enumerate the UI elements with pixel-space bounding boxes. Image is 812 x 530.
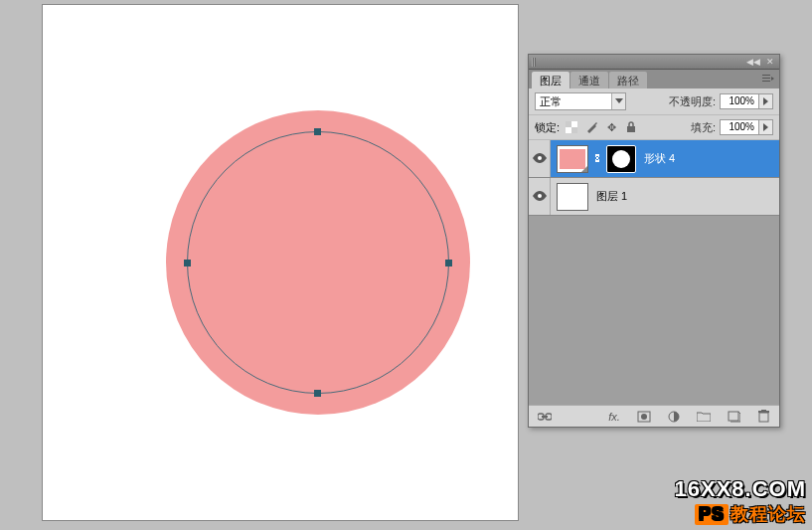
layer-name-label[interactable]: 形状 4: [644, 151, 675, 166]
svg-rect-5: [571, 121, 577, 127]
layer-thumbnail[interactable]: [557, 183, 588, 211]
link-layers-button[interactable]: [535, 408, 555, 426]
vector-mask-thumbnail[interactable]: [606, 145, 636, 173]
svg-rect-4: [571, 127, 577, 133]
layer-row-layer1[interactable]: 图层 1: [529, 178, 779, 216]
lock-icons-group: ✥: [564, 119, 639, 135]
blend-mode-value: 正常: [540, 94, 562, 109]
watermark-brand: PS教程论坛: [675, 502, 807, 526]
group-button[interactable]: [694, 408, 714, 426]
anchor-point-bottom[interactable]: [314, 390, 321, 397]
anchor-point-left[interactable]: [184, 260, 191, 266]
svg-point-9: [538, 194, 542, 198]
svg-point-8: [538, 156, 542, 160]
lock-fill-row: 锁定: ✥ 填充: 100%: [529, 115, 779, 140]
fx-button[interactable]: fx.: [604, 408, 624, 426]
tab-channels[interactable]: 通道: [570, 72, 608, 88]
tab-paths[interactable]: 路径: [609, 72, 647, 88]
grip-icon: [532, 58, 536, 67]
layer-thumbnails: [551, 145, 636, 173]
svg-rect-2: [762, 81, 770, 82]
lock-pixels-icon[interactable]: [583, 119, 599, 135]
svg-rect-18: [758, 411, 769, 413]
visibility-toggle[interactable]: [529, 178, 551, 215]
panel-menu-icon[interactable]: [761, 72, 775, 86]
svg-rect-0: [762, 75, 770, 76]
document-canvas[interactable]: [42, 4, 519, 521]
lock-label: 锁定:: [535, 120, 560, 135]
svg-rect-3: [566, 121, 571, 127]
svg-rect-6: [566, 127, 571, 133]
mask-button[interactable]: [634, 408, 654, 426]
panel-close-button[interactable]: ✕: [763, 56, 776, 69]
lock-transparency-icon[interactable]: [564, 119, 579, 135]
delete-layer-button[interactable]: [753, 408, 773, 426]
opacity-input[interactable]: 100%: [720, 93, 759, 109]
adjustment-layer-button[interactable]: [664, 408, 684, 426]
blend-mode-dropdown[interactable]: 正常: [535, 92, 626, 110]
lock-all-icon[interactable]: [623, 119, 639, 135]
tab-layers[interactable]: 图层: [532, 72, 569, 88]
panel-bottom-bar: fx.: [529, 405, 779, 427]
panel-collapse-button[interactable]: ◀◀: [746, 56, 759, 69]
eye-icon: [533, 153, 547, 165]
svg-rect-16: [729, 412, 738, 421]
anchor-point-right[interactable]: [445, 260, 452, 266]
watermark: 16XX8.COM PS教程论坛: [675, 476, 807, 526]
layers-list: 形状 4 图层 1: [529, 140, 779, 405]
watermark-text: 教程论坛: [731, 504, 806, 524]
svg-rect-7: [627, 126, 635, 132]
new-layer-button[interactable]: [724, 408, 743, 426]
panel-tabs: 图层 通道 路径: [529, 70, 779, 88]
watermark-ps-badge: PS: [695, 504, 729, 525]
visibility-toggle[interactable]: [529, 140, 551, 177]
anchor-point-top[interactable]: [314, 128, 321, 135]
layer-thumbnails: [551, 183, 588, 211]
fill-label: 填充:: [691, 120, 716, 135]
svg-rect-12: [542, 416, 548, 418]
svg-rect-19: [761, 410, 766, 411]
layer-name-label[interactable]: 图层 1: [596, 189, 627, 204]
lock-position-icon[interactable]: ✥: [603, 119, 619, 135]
shape-thumbnail[interactable]: [557, 145, 588, 173]
link-icon[interactable]: [591, 153, 603, 165]
layer-row-shape4[interactable]: 形状 4: [529, 140, 779, 178]
eye-icon: [533, 191, 547, 203]
blend-opacity-row: 正常 不透明度: 100%: [529, 88, 779, 115]
svg-rect-17: [759, 413, 768, 422]
svg-rect-1: [762, 78, 770, 79]
watermark-url: 16XX8.COM: [675, 476, 807, 502]
layers-panel: ◀◀ ✕ 图层 通道 路径 正常 不透明度: 100% 锁定:: [528, 54, 780, 428]
path-outline[interactable]: [187, 131, 449, 394]
opacity-flyout-button[interactable]: [759, 93, 773, 109]
svg-point-14: [641, 414, 647, 420]
fill-flyout-button[interactable]: [759, 119, 773, 135]
chevron-down-icon: [611, 93, 625, 109]
fill-input[interactable]: 100%: [720, 119, 759, 135]
panel-titlebar[interactable]: ◀◀ ✕: [529, 55, 779, 70]
fx-label: fx.: [608, 411, 620, 423]
opacity-label: 不透明度:: [669, 94, 716, 109]
